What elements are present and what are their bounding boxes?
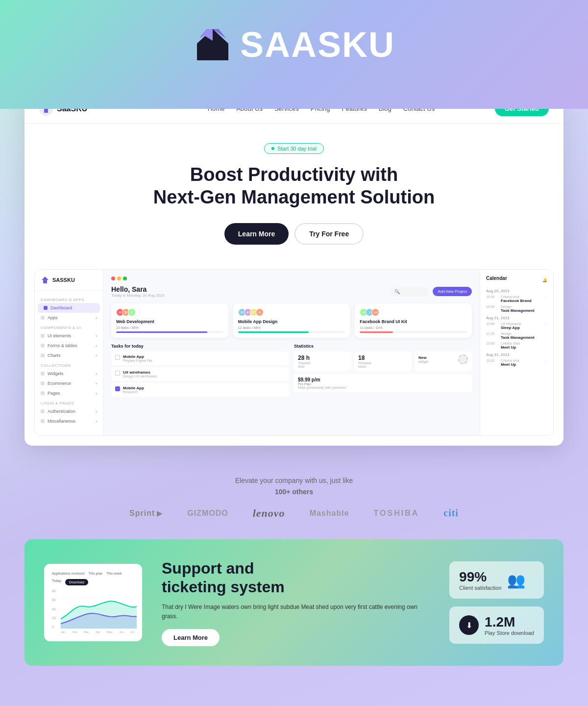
stat-label-tasks: Finishedtasks xyxy=(358,361,408,368)
cal-event-details-6: Criteria shot Meet Up xyxy=(501,359,541,367)
partner-mashable: Mashable xyxy=(310,509,349,518)
tasks-title: Tasks for today xyxy=(111,344,289,349)
greeting-area: Hello, Sara Today is Monday, 20 Aug 2023 xyxy=(111,285,165,298)
project-avatars-mobile: D E F G xyxy=(238,308,345,316)
cal-event-type-3: UX Research xyxy=(501,322,541,326)
window-close[interactable] xyxy=(111,277,115,280)
cal-time-6: 10:00 xyxy=(486,359,498,367)
task-item-2: UX wireframes Design UX wireframes xyxy=(111,367,289,381)
task-item-1: Mobile App Prepare Figma File xyxy=(111,352,289,365)
cal-time-1: 10:00 xyxy=(486,295,498,303)
cal-event-more-1: ··· xyxy=(544,295,547,303)
widget-icon xyxy=(458,354,468,364)
dashboard-greeting: Hello, Sara xyxy=(111,285,165,293)
try-for-free-button[interactable]: Try For Free xyxy=(294,223,364,245)
stat-downloads-value: 1.2M xyxy=(485,614,534,630)
sidebar-item-widgets[interactable]: Widgets › xyxy=(35,369,103,378)
cal-event-name-1: Facebook Brand xyxy=(501,299,541,303)
logo-icon xyxy=(193,25,232,64)
chart-download-btn[interactable]: Download xyxy=(65,579,88,585)
task-name-1: Mobile App xyxy=(123,354,152,359)
calendar-bell-icon[interactable]: 🔔 xyxy=(542,278,547,282)
dashboard-main: Hello, Sara Today is Monday, 20 Aug 2023… xyxy=(103,270,480,435)
task-sub-2: Design UX wireframes xyxy=(123,375,157,378)
cal-event-name-6: Meet Up xyxy=(501,362,541,367)
cal-event-2: 13:00 Design Task Management xyxy=(486,305,547,313)
support-learn-button[interactable]: Learn More xyxy=(162,629,220,646)
project-card-facebook[interactable]: H I +3 Facebook Brand UI Kit 11 tasks / … xyxy=(355,303,472,338)
task-checkbox-2[interactable] xyxy=(115,371,120,376)
project-card-mobile[interactable]: D E F G Mobile App Design 12 tasks / 66% xyxy=(233,303,350,338)
browser-section: SaaSKU Home About Us Services Pricing Fe… xyxy=(24,94,564,446)
dashboard-search[interactable]: 🔍 xyxy=(390,287,429,296)
project-stats-web: 10 tasks / 85% xyxy=(116,326,223,329)
chart-label-week: This week xyxy=(106,572,122,575)
statistics-title: Statistics xyxy=(294,344,472,349)
sidebar-item-pages[interactable]: Pages › xyxy=(35,388,103,398)
learn-more-button[interactable]: Learn More xyxy=(224,223,289,245)
cal-time-4: 11:20 xyxy=(486,332,498,340)
sidebar-item-dashboard[interactable]: Dashboard xyxy=(38,303,100,313)
stat-card-tasks: 18 Finishedtasks xyxy=(354,352,412,371)
task-checkbox-1[interactable] xyxy=(115,355,120,360)
stat-satisfaction-label: Client satisfaction xyxy=(459,585,501,591)
chart-label-today: Today xyxy=(52,579,61,585)
sidebar-item-auth[interactable]: Authentication › xyxy=(35,406,103,416)
sidebar-item-ecommerce[interactable]: Ecommerce › xyxy=(35,378,103,388)
support-section: Applications received This year This wee… xyxy=(24,539,564,666)
plan-price: $9.99 p/m xyxy=(298,377,468,382)
stat-value-tasks: 18 xyxy=(358,354,408,361)
satisfaction-icon: 👥 xyxy=(507,572,525,589)
partner-sprint: Sprint ▶ xyxy=(129,509,163,518)
cal-event-name-5: Meet Up xyxy=(501,345,547,350)
chart-svg xyxy=(61,589,137,629)
logo-text: SAASKU xyxy=(240,25,395,65)
chart-y-axis: 80 60 40 20 0 xyxy=(52,589,56,629)
cal-event-type-1: Criteria shot xyxy=(501,295,541,299)
project-stats-mobile: 12 tasks / 66% xyxy=(238,326,345,329)
hero-title: Boost Productivity with Next-Gen Managem… xyxy=(39,164,549,208)
new-widget-label: New xyxy=(418,355,428,360)
stat-downloads-label: Play Store download xyxy=(485,630,534,636)
project-cards: A B C Web Development 10 tasks / 85% D xyxy=(111,303,472,338)
project-progress-facebook xyxy=(360,331,467,333)
support-stat-satisfaction: 99% Client satisfaction 👥 xyxy=(449,561,544,599)
chart-label-year: This year xyxy=(88,572,102,575)
cal-event-more-3: ··· xyxy=(544,322,547,330)
task-name-2: UX wireframes xyxy=(123,370,157,375)
sidebar-brand: SASSKU xyxy=(35,276,103,291)
sidebar-item-ui-elements[interactable]: UI elements › xyxy=(35,331,103,341)
top-hero-section: SAASKU xyxy=(0,0,588,109)
download-icon: ⬇ xyxy=(459,615,479,635)
project-title-web: Web Development xyxy=(116,319,223,324)
window-controls xyxy=(111,277,127,280)
task-sub-1: Prepare Figma File xyxy=(123,359,152,362)
cal-event-4: 11:20 Design Task Management xyxy=(486,332,547,340)
sidebar-item-charts[interactable]: Charts › xyxy=(35,351,103,360)
project-progress-web xyxy=(116,331,223,333)
add-project-button[interactable]: Add New Project xyxy=(433,287,472,296)
window-maximize[interactable] xyxy=(123,277,127,280)
sidebar-item-forms[interactable]: Forms & tables › xyxy=(35,341,103,351)
project-card-web[interactable]: A B C Web Development 10 tasks / 85% xyxy=(111,303,228,338)
partners-logos: Sprint ▶ GIZMODO lenovo Mashable TOSHIBA… xyxy=(129,507,459,520)
dashboard-calendar: Calendar 🔔 Aug 20, 2023 10:00 Criteria s… xyxy=(480,270,553,435)
chart-x-axis: Jan Feb Mar Apr May Jun Jul xyxy=(61,630,134,633)
chart-label-received: Applications received xyxy=(52,572,84,575)
partners-section: Elevate your company with us, just like1… xyxy=(120,455,468,539)
task-checkbox-3[interactable] xyxy=(115,386,120,391)
sidebar-item-apps[interactable]: Apps › xyxy=(35,313,103,323)
cal-event-type-6: Criteria shot xyxy=(501,359,541,362)
cal-event-name-4: Task Management xyxy=(501,335,547,340)
window-minimize[interactable] xyxy=(117,277,121,280)
plan-name: Pro Plan xyxy=(298,382,468,386)
sidebar-item-misc[interactable]: Miscellaneous › xyxy=(35,416,103,426)
cal-event-details-5: Criteria Shot Meet Up xyxy=(501,342,547,350)
stats-grid: 28 h Trackedtime 18 Finishedtasks Ne xyxy=(294,352,472,371)
calendar-header: Calendar 🔔 xyxy=(486,276,547,285)
sidebar-section-4: LOGIN & PAGES xyxy=(35,398,103,406)
project-avatars-web: A B C xyxy=(116,308,223,316)
task-sub-3: Research xyxy=(123,390,144,394)
page-wrapper: SAASKU SaaSKU Home About Us Services Pri… xyxy=(0,0,588,706)
task-item-3: Mobile App Research xyxy=(111,383,289,397)
